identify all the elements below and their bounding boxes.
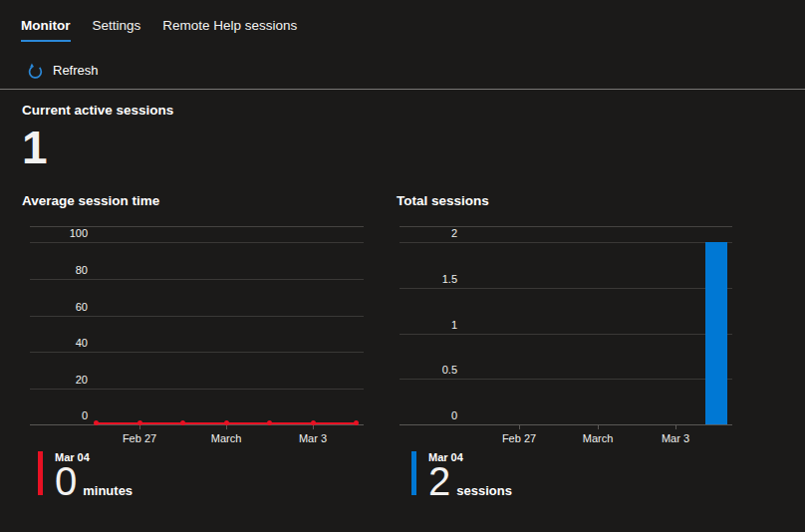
tab-monitor[interactable]: Monitor (21, 18, 71, 42)
line-point (180, 420, 185, 425)
legend-value: 2 (428, 461, 450, 501)
current-active-sessions-value: 1 (22, 125, 48, 170)
refresh-button[interactable]: Refresh (27, 60, 99, 80)
y-tick-label: 1.5 (400, 273, 457, 286)
y-gridline (400, 288, 732, 289)
line-point (354, 420, 359, 425)
y-tick-label: 20 (30, 374, 88, 387)
y-gridline (400, 242, 732, 243)
tab-bar: Monitor Settings Remote Help sessions (21, 18, 297, 42)
x-tick-label: Feb 27 (479, 432, 559, 444)
remote-help-monitor-page: Monitor Settings Remote Help sessions Re… (0, 0, 805, 532)
chart-title-average-session-time: Average session time (22, 193, 159, 208)
y-gridline (400, 334, 732, 335)
legend-color-bar (38, 451, 43, 495)
x-tick-label: Feb 27 (100, 432, 179, 444)
refresh-icon (27, 62, 44, 79)
y-gridline (30, 242, 364, 243)
y-tick-label: 1 (400, 319, 457, 332)
y-tick-label: 80 (30, 264, 88, 277)
refresh-label: Refresh (53, 63, 99, 78)
x-tick-label: March (186, 432, 266, 444)
y-tick-label: 40 (30, 337, 88, 350)
x-tick-label: March (558, 432, 638, 444)
x-tick (519, 425, 520, 429)
x-tick (675, 425, 676, 429)
y-tick-label: 60 (30, 301, 88, 314)
y-gridline (30, 316, 364, 317)
x-tick (598, 425, 599, 429)
chart-average-session-time: 100 80 60 40 20 0 Feb 27 March Mar 3 (30, 226, 364, 425)
y-gridline (30, 389, 364, 390)
legend-unit: sessions (456, 483, 512, 498)
y-tick-label: 0.5 (400, 364, 457, 377)
x-tick (139, 425, 140, 429)
y-tick-label: 0 (30, 409, 88, 422)
legend-value: 0 (55, 461, 77, 501)
tab-remote-help-sessions[interactable]: Remote Help sessions (162, 18, 297, 42)
y-tick-label: 0 (400, 409, 457, 422)
x-tick-label: Mar 3 (273, 432, 353, 444)
chart-total-sessions: 2 1.5 1 0.5 0 Feb 27 March Mar 3 (400, 226, 732, 425)
tab-settings[interactable]: Settings (93, 18, 141, 42)
legend-average-session-time: Mar 04 0 minutes (38, 451, 133, 501)
bar-mar-4 (705, 242, 727, 424)
x-axis-line (400, 424, 732, 425)
y-tick-label: 100 (30, 227, 88, 240)
y-gridline (400, 379, 732, 380)
x-tick (313, 425, 314, 429)
y-gridline (30, 279, 364, 280)
legend-color-bar (411, 451, 416, 495)
legend-total-sessions: Mar 04 2 sessions (411, 451, 512, 501)
x-tick (226, 425, 227, 429)
line-point (94, 420, 99, 425)
chart-title-total-sessions: Total sessions (397, 193, 489, 208)
line-point (267, 420, 272, 425)
legend-unit: minutes (83, 483, 133, 498)
toolbar-divider (0, 89, 805, 90)
y-tick-label: 2 (400, 227, 457, 240)
current-active-sessions-label: Current active sessions (22, 103, 173, 118)
y-gridline (30, 352, 364, 353)
x-tick-label: Mar 3 (636, 432, 715, 444)
